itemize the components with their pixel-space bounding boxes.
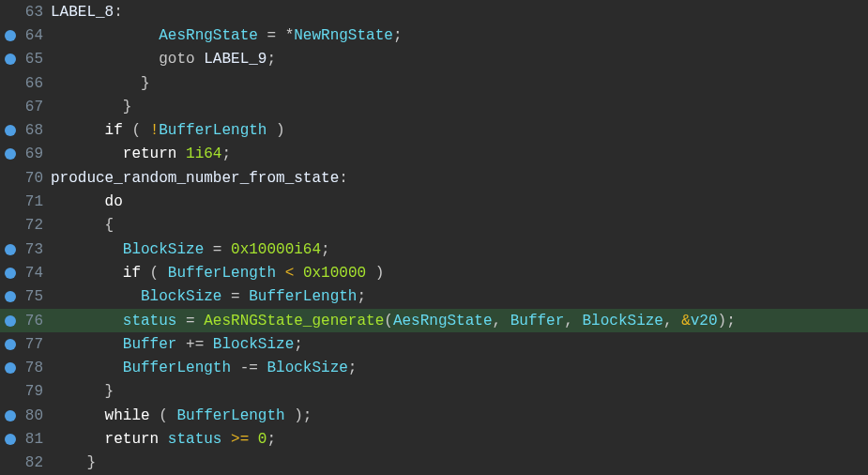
code-content[interactable]: produce_random_number_from_state: <box>47 170 348 187</box>
token-default <box>51 265 123 282</box>
breakpoint-gutter[interactable] <box>0 54 21 65</box>
code-line[interactable]: 78 BufferLength -= BlockSize; <box>0 356 868 379</box>
token-kwflow: return <box>105 431 160 448</box>
code-line[interactable]: 81 return status >= 0; <box>0 427 868 451</box>
breakpoint-gutter[interactable] <box>0 315 21 327</box>
token-ident: AesRngState <box>159 27 258 44</box>
code-line[interactable]: 73 BlockSize = 0x10000i64; <box>0 238 868 261</box>
token-ident: BlockSize <box>266 360 347 376</box>
code-line[interactable]: 79 } <box>0 380 868 404</box>
token-op: >= <box>231 431 249 448</box>
token-kwflow: if <box>123 265 141 282</box>
code-line[interactable]: 71 do <box>0 190 868 213</box>
code-line[interactable]: 72 { <box>0 214 868 238</box>
code-content[interactable]: BlockSize = 0x10000i64; <box>47 241 330 258</box>
code-line[interactable]: 74 if ( BufferLength < 0x10000 ) <box>0 261 868 284</box>
code-line[interactable]: 63LABEL_8: <box>0 0 868 23</box>
token-num: 0x10000i64 <box>231 241 321 258</box>
breakpoint-gutter[interactable] <box>0 434 21 445</box>
token-op: ! <box>150 122 160 139</box>
line-number: 81 <box>21 431 47 448</box>
line-number: 78 <box>21 360 47 376</box>
code-content[interactable]: } <box>47 454 96 471</box>
breakpoint-gutter[interactable] <box>0 125 21 136</box>
breakpoint-icon[interactable] <box>5 434 16 445</box>
code-content[interactable]: } <box>47 75 150 92</box>
code-line[interactable]: 82 } <box>0 452 868 475</box>
breakpoint-gutter[interactable] <box>0 244 21 255</box>
code-content[interactable]: if ( !BufferLength ) <box>47 122 285 139</box>
code-line[interactable]: 67 } <box>0 95 868 118</box>
line-number: 66 <box>21 75 47 92</box>
code-content[interactable]: } <box>47 99 131 115</box>
token-punct: ; <box>266 431 276 448</box>
breakpoint-gutter[interactable] <box>0 291 21 302</box>
breakpoint-icon[interactable] <box>5 315 16 327</box>
breakpoint-icon[interactable] <box>5 148 16 160</box>
line-number: 76 <box>21 313 47 329</box>
line-number: 82 <box>21 454 47 471</box>
code-line[interactable]: 70produce_random_number_from_state: <box>0 166 868 190</box>
line-number: 69 <box>21 146 47 162</box>
breakpoint-gutter[interactable] <box>0 30 21 41</box>
breakpoint-gutter[interactable] <box>0 339 21 350</box>
line-number: 67 <box>21 99 47 115</box>
token-default <box>51 336 123 353</box>
code-line[interactable]: 66 } <box>0 71 868 95</box>
code-line[interactable]: 64 AesRngState = *NewRngState; <box>0 23 868 47</box>
code-content[interactable]: Buffer += BlockSize; <box>47 336 303 353</box>
breakpoint-icon[interactable] <box>5 268 16 279</box>
breakpoint-gutter[interactable] <box>0 268 21 279</box>
breakpoint-icon[interactable] <box>5 339 16 350</box>
code-content[interactable]: if ( BufferLength < 0x10000 ) <box>47 265 384 282</box>
breakpoint-icon[interactable] <box>5 125 16 136</box>
code-line[interactable]: 65 goto LABEL_9; <box>0 48 868 71</box>
token-default: , <box>493 313 510 329</box>
code-line[interactable]: 69 return 1i64; <box>0 143 868 166</box>
code-content[interactable]: AesRngState = *NewRngState; <box>47 27 402 44</box>
token-ident: BufferLength <box>168 265 276 282</box>
code-content[interactable]: BlockSize = BufferLength; <box>47 288 366 305</box>
breakpoint-gutter[interactable] <box>0 362 21 374</box>
breakpoint-icon[interactable] <box>5 291 16 302</box>
token-punct: ; <box>221 146 231 162</box>
code-content[interactable]: while ( BufferLength ); <box>47 407 312 424</box>
code-content[interactable]: do <box>47 193 123 210</box>
breakpoint-icon[interactable] <box>5 362 16 374</box>
breakpoint-icon[interactable] <box>5 54 16 65</box>
code-content[interactable]: { <box>47 217 114 234</box>
breakpoint-gutter[interactable] <box>0 148 21 160</box>
token-default: -= <box>231 360 266 376</box>
token-default <box>51 27 159 44</box>
breakpoint-icon[interactable] <box>5 410 16 421</box>
code-line[interactable]: 80 while ( BufferLength ); <box>0 404 868 427</box>
code-line[interactable]: 76 status = AesRNGState_generate(AesRngS… <box>0 309 868 332</box>
code-content[interactable]: BufferLength -= BlockSize; <box>47 360 357 376</box>
code-content[interactable]: LABEL_8: <box>47 4 123 21</box>
token-label: LABEL_8 <box>51 4 114 21</box>
breakpoint-icon[interactable] <box>5 244 16 255</box>
code-content[interactable]: status = AesRNGState_generate(AesRngStat… <box>47 313 736 329</box>
code-line[interactable]: 68 if ( !BufferLength ) <box>0 118 868 142</box>
code-line[interactable]: 77 Buffer += BlockSize; <box>0 332 868 356</box>
token-default: ( <box>384 313 393 329</box>
token-ident: BufferLength <box>123 360 231 376</box>
code-content[interactable]: return 1i64; <box>47 146 231 162</box>
token-default <box>51 313 123 329</box>
token-ident: AesRngState <box>393 313 493 329</box>
token-default: ) <box>266 122 284 139</box>
line-number: 79 <box>21 383 47 400</box>
token-default <box>51 431 105 448</box>
code-content[interactable]: goto LABEL_9; <box>47 51 276 68</box>
breakpoint-gutter[interactable] <box>0 410 21 421</box>
token-op: < <box>285 265 295 282</box>
code-content[interactable]: } <box>47 383 114 400</box>
token-default: = <box>176 313 204 329</box>
token-default: = * <box>258 27 294 44</box>
token-ident: BufferLength <box>249 288 357 305</box>
code-editor[interactable]: 63LABEL_8:64 AesRngState = *NewRngState;… <box>0 0 868 475</box>
breakpoint-icon[interactable] <box>5 30 16 41</box>
token-default: , <box>564 313 582 329</box>
code-line[interactable]: 75 BlockSize = BufferLength; <box>0 285 868 309</box>
code-content[interactable]: return status >= 0; <box>47 431 276 448</box>
